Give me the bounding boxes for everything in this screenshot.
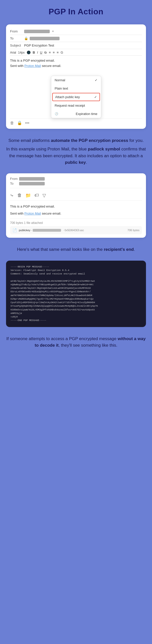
page-header: PGP In Action: [0, 0, 152, 21]
options-dropdown: Normal ✓ Plain text Attach public key ✓ …: [51, 76, 101, 118]
section2-bold: recipient's end: [104, 247, 134, 252]
section1-para1: Some email platforms automate the PGP en…: [5, 137, 147, 144]
dropdown-item-attach-key[interactable]: Attach public key ✓: [52, 93, 100, 101]
section1-para2: In this example using Proton Mail, the b…: [5, 146, 147, 166]
to-label: To: [10, 36, 24, 40]
font-size[interactable]: 14px: [18, 51, 25, 54]
compose-body[interactable]: This is a PGP encrypted email. Sent with…: [10, 56, 142, 76]
section2-para: Here's what that same email looks like o…: [5, 246, 147, 253]
delete-icon[interactable]: 🗑: [17, 193, 22, 198]
lock-icon: 🔒: [24, 36, 28, 40]
received-from-row: From ████████████: [10, 177, 142, 181]
dropdown-container: Normal ✓ Plain text Attach public key ✓ …: [51, 76, 101, 118]
section3-text: If someone attempts to access a PGP encr…: [0, 330, 152, 353]
pgp-message-text: -----BEGIN PGP MESSAGE----- Version: Flo…: [11, 265, 141, 323]
subject-label: Subject: [10, 44, 24, 47]
received-proton-link[interactable]: Proton Mail: [24, 212, 41, 215]
received-to-row: To ████████████: [10, 182, 142, 185]
attachment-file[interactable]: 📄 publickey · ████████████████ · 0x5E864…: [10, 226, 142, 234]
pgp-message-card: -----BEGIN PGP MESSAGE----- Version: Flo…: [6, 261, 146, 327]
received-toolbar: ⤷ 🗑 📁 🏷 ▽: [10, 191, 142, 200]
to-address: ██████████████: [30, 37, 60, 40]
section3-prefix: If someone attempts to access a PGP encr…: [6, 336, 118, 341]
file-name: publickey · ████████████████: [19, 229, 61, 232]
bold-button[interactable]: 🌑: [27, 51, 31, 54]
compose-footer: 🗑 🔒 •••: [10, 118, 142, 126]
page-title: PGP In Action: [5, 7, 147, 16]
to-value: 🔒 ██████████████: [24, 36, 142, 40]
folder-icon[interactable]: 📁: [25, 193, 31, 198]
dropdown-item-readreceipt[interactable]: Request read receipt: [51, 101, 101, 110]
received-to-value: ████████████: [19, 182, 45, 185]
section2-text: Here's what that same email looks like o…: [0, 241, 152, 257]
lock-footer-icon[interactable]: 🔒: [17, 120, 22, 125]
attachkey-check-icon: ✓: [94, 95, 97, 99]
page-wrapper: PGP In Action From ████████████ ▾ To 🔒 █…: [0, 0, 152, 363]
bold-icon[interactable]: B: [33, 51, 35, 54]
indent-icon[interactable]: ≡: [57, 51, 59, 54]
received-email-card: From ████████████ To ████████████ ⤷ 🗑 📁 …: [6, 173, 146, 238]
section3-suffix: , they'll see something like this.: [59, 343, 117, 348]
received-to-address: ████████████: [19, 182, 45, 185]
dropdown-readreceipt-label: Request read receipt: [55, 104, 85, 107]
proton-mail-link[interactable]: Proton Mail: [24, 64, 41, 68]
more-options-icon[interactable]: G: [61, 51, 63, 54]
to-row: To 🔒 ██████████████: [10, 35, 142, 42]
trash-icon[interactable]: 🗑: [10, 121, 14, 125]
from-row: From ████████████ ▾: [10, 28, 142, 35]
subject-value: PGP Encryption Test: [24, 44, 142, 47]
section1-bold3: public key: [65, 160, 86, 165]
dropdown-plaintext-label: Plain text: [55, 87, 68, 90]
font-name[interactable]: Arial: [10, 51, 16, 54]
section1-bold1: automate the PGP encryption process: [51, 138, 128, 143]
received-from-label: From: [10, 177, 17, 181]
compose-toolbar: Arial 14px 🌑 B I U G̶ ≡ ≡ ≡ G: [10, 49, 142, 56]
file-hash: · 0x5E864DE9.asc: [63, 229, 84, 232]
normal-check-icon: ✓: [95, 78, 97, 82]
dropdown-normal-label: Normal: [55, 78, 65, 82]
compose-email-card: From ████████████ ▾ To 🔒 ██████████████ …: [6, 24, 146, 129]
reply-icon[interactable]: ⤷: [10, 193, 14, 198]
align-center-icon[interactable]: ≡: [53, 51, 55, 54]
section1-bold2: padlock symbol: [88, 147, 120, 151]
received-from-value: ████████████: [19, 177, 45, 181]
align-left-icon[interactable]: ≡: [49, 51, 51, 54]
from-address: ████████████: [24, 30, 50, 33]
received-header: From ████████████ To ████████████: [10, 177, 142, 188]
body-line1: This is a PGP encrypted email.: [10, 59, 142, 62]
attachment-meta: 706 bytes 1 file attached: [10, 221, 142, 225]
strikethrough-icon[interactable]: G̶: [44, 51, 47, 54]
received-body-line1: This is a PGP encrypted email.: [10, 204, 142, 209]
received-to-label: To: [10, 182, 17, 185]
dropdown-item-expiration[interactable]: 🕒 Expiration time: [51, 110, 101, 118]
from-chevron-icon[interactable]: ▾: [52, 30, 54, 33]
section3-para: If someone attempts to access a PGP encr…: [5, 336, 147, 349]
body-line2: Sent with Proton Mail secure email.: [10, 64, 142, 68]
expiration-icon: 🕒: [55, 112, 58, 115]
from-value: ████████████ ▾: [24, 30, 142, 33]
more-footer-icon[interactable]: •••: [25, 121, 29, 125]
tag-icon[interactable]: 🏷: [34, 193, 39, 198]
dropdown-item-normal[interactable]: Normal ✓: [51, 76, 101, 84]
received-body-line2: Sent with Proton Mail secure email.: [10, 211, 142, 216]
dropdown-expiration-label: Expiration time: [76, 112, 97, 116]
underline-icon[interactable]: U: [40, 51, 42, 54]
file-icon: 📄: [13, 228, 17, 232]
received-from-address: ████████████: [19, 177, 45, 181]
subject-row: Subject PGP Encryption Test: [10, 42, 142, 49]
from-label: From: [10, 29, 24, 33]
italic-icon[interactable]: I: [37, 51, 38, 54]
file-size: 706 bytes: [127, 229, 139, 232]
section1-text: Some email platforms automate the PGP en…: [0, 132, 152, 170]
dropdown-item-plaintext[interactable]: Plain text: [51, 84, 101, 93]
received-body: This is a PGP encrypted email. Sent with…: [10, 204, 142, 216]
more-icon[interactable]: ▽: [42, 193, 46, 198]
attachment-section: 706 bytes 1 file attached 📄 publickey · …: [10, 218, 142, 234]
dropdown-attachkey-label: Attach public key: [55, 95, 80, 99]
